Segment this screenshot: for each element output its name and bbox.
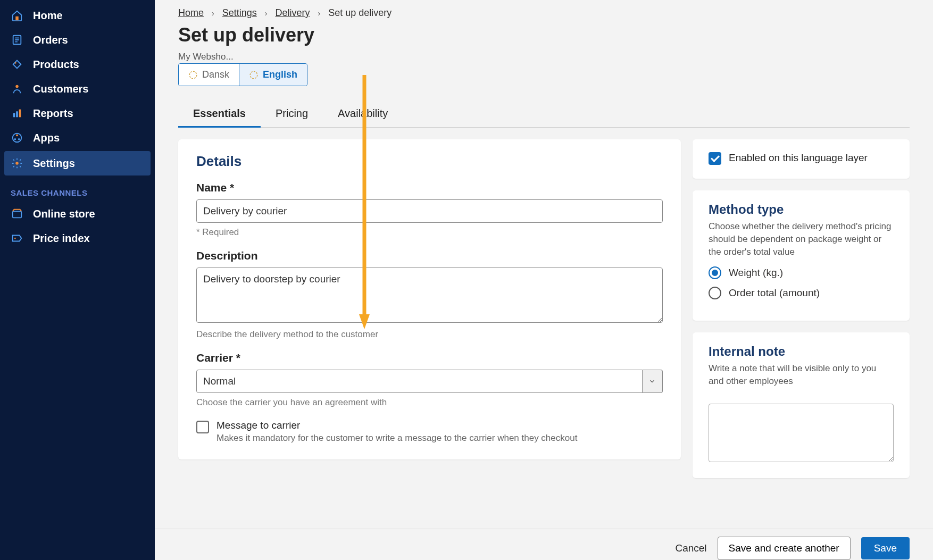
sidebar-item-reports[interactable]: Reports	[0, 101, 155, 126]
svg-rect-0	[15, 16, 19, 20]
enabled-checkbox[interactable]	[709, 152, 721, 165]
settings-icon	[11, 157, 23, 170]
details-heading: Details	[196, 153, 663, 170]
lang-tab-label: English	[263, 69, 297, 80]
language-icon	[188, 70, 198, 80]
internal-note-desc: Write a note that will be visible only t…	[709, 362, 894, 388]
method-type-desc: Choose whether the delivery method's pri…	[709, 220, 894, 258]
lang-tab-dansk[interactable]: Dansk	[179, 64, 239, 86]
description-field-label: Description	[196, 249, 663, 262]
orders-icon	[11, 34, 23, 46]
svg-point-9	[14, 138, 16, 140]
name-field-label: Name *	[196, 181, 663, 194]
shop-name: My Websho...	[178, 52, 910, 62]
name-hint: * Required	[196, 227, 663, 238]
carrier-hint: Choose the carrier you have an agreement…	[196, 397, 663, 408]
customers-icon	[11, 82, 23, 95]
svg-point-3	[15, 85, 19, 88]
method-radio-order-total[interactable]: Order total (amount)	[709, 287, 894, 299]
svg-point-13	[14, 238, 16, 239]
reports-icon	[11, 107, 23, 120]
sidebar-item-home[interactable]: Home	[0, 3, 155, 28]
svg-point-11	[15, 162, 19, 165]
message-to-carrier-label: Message to carrier	[216, 420, 577, 431]
home-icon	[11, 9, 23, 22]
message-to-carrier-checkbox[interactable]	[196, 421, 209, 433]
lang-tab-label: Dansk	[202, 69, 229, 80]
sidebar-item-customers[interactable]: Customers	[0, 77, 155, 101]
sidebar-item-label: Reports	[33, 107, 73, 120]
save-button[interactable]: Save	[861, 537, 910, 559]
radio-label: Weight (kg.)	[729, 267, 783, 279]
internal-note-input[interactable]	[709, 404, 894, 462]
internal-note-card: Internal note Write a note that will be …	[693, 332, 910, 478]
sidebar-item-orders[interactable]: Orders	[0, 28, 155, 52]
chevron-down-icon	[648, 378, 656, 385]
sidebar-item-products[interactable]: Products	[0, 52, 155, 77]
subtabs: Essentials Pricing Availability	[178, 101, 910, 128]
chevron-right-icon: ›	[212, 9, 214, 18]
svg-rect-5	[16, 111, 18, 117]
cancel-button[interactable]: Cancel	[675, 542, 706, 554]
svg-point-8	[16, 135, 18, 137]
method-type-title: Method type	[709, 202, 894, 217]
sidebar-item-label: Home	[33, 10, 63, 22]
sidebar-item-label: Online store	[33, 208, 95, 220]
breadcrumb: Home › Settings › Delivery › Set up deli…	[178, 7, 910, 19]
footer-actions: Cancel Save and create another Save	[155, 529, 933, 560]
language-icon	[249, 70, 259, 80]
name-input[interactable]	[196, 199, 663, 223]
svg-rect-6	[19, 110, 21, 118]
sidebar-item-apps[interactable]: Apps	[0, 126, 155, 150]
subtab-availability[interactable]: Availability	[323, 101, 403, 127]
internal-note-title: Internal note	[709, 344, 894, 359]
language-tabs: Dansk English	[178, 63, 307, 86]
description-hint: Describe the delivery method to the cust…	[196, 329, 663, 340]
breadcrumb-item-delivery[interactable]: Delivery	[275, 7, 310, 18]
carrier-field-label: Carrier *	[196, 352, 663, 364]
breadcrumb-item-home[interactable]: Home	[178, 7, 204, 18]
radio-icon	[709, 266, 721, 279]
sidebar-section-header: SALES CHANNELS	[0, 177, 155, 202]
subtab-essentials[interactable]: Essentials	[178, 101, 261, 128]
chevron-right-icon: ›	[265, 9, 268, 18]
sidebar-item-price-index[interactable]: Price index	[0, 226, 155, 250]
carrier-dropdown-button[interactable]	[643, 370, 663, 393]
svg-point-2	[15, 62, 16, 64]
online-store-icon	[11, 207, 23, 220]
sidebar-item-online-store[interactable]: Online store	[0, 202, 155, 226]
svg-rect-4	[13, 113, 15, 117]
lang-tab-english[interactable]: English	[239, 64, 307, 86]
svg-point-15	[250, 71, 257, 79]
chevron-right-icon: ›	[318, 9, 321, 18]
details-card: Details Name * * Required Description De…	[178, 139, 681, 459]
sidebar-item-label: Settings	[33, 157, 75, 170]
svg-rect-12	[13, 211, 22, 218]
description-input[interactable]	[196, 268, 663, 323]
radio-label: Order total (amount)	[729, 287, 820, 299]
sidebar-item-label: Price index	[33, 232, 90, 245]
message-to-carrier-desc: Makes it mandatory for the customer to w…	[216, 433, 577, 444]
enabled-card: Enabled on this language layer	[693, 139, 910, 179]
breadcrumb-item-settings[interactable]: Settings	[222, 7, 257, 18]
apps-icon	[11, 131, 23, 144]
save-and-create-another-button[interactable]: Save and create another	[718, 537, 851, 560]
svg-point-14	[189, 71, 197, 79]
subtab-pricing[interactable]: Pricing	[261, 101, 323, 127]
products-icon	[11, 58, 23, 71]
sidebar-item-label: Products	[33, 58, 79, 71]
price-index-icon	[11, 232, 23, 245]
svg-point-10	[18, 138, 20, 140]
radio-icon	[709, 287, 721, 299]
method-type-card: Method type Choose whether the delivery …	[693, 190, 910, 321]
sidebar-item-settings[interactable]: Settings	[4, 151, 151, 175]
enabled-label: Enabled on this language layer	[729, 152, 868, 164]
sidebar-item-label: Customers	[33, 83, 88, 95]
method-radio-weight[interactable]: Weight (kg.)	[709, 266, 894, 279]
sidebar-item-label: Orders	[33, 34, 68, 46]
sidebar-item-label: Apps	[33, 132, 60, 144]
breadcrumb-item-current: Set up delivery	[328, 7, 391, 18]
page-title: Set up delivery	[178, 24, 910, 46]
carrier-select[interactable]	[196, 370, 643, 393]
